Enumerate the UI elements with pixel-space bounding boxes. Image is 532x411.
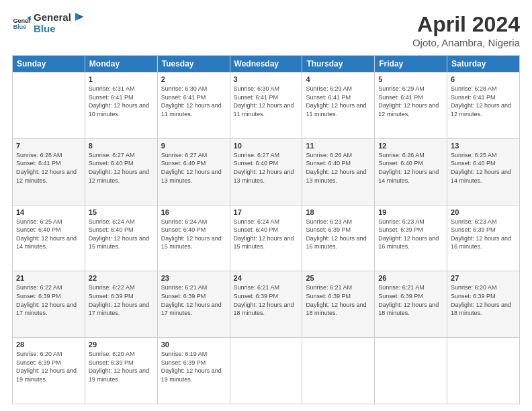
day-info: Sunrise: 6:22 AMSunset: 6:39 PMDaylight:… [16, 283, 81, 317]
day-info: Sunrise: 6:27 AMSunset: 6:40 PMDaylight:… [234, 151, 299, 185]
cell-week2-day3: 17Sunrise: 6:24 AMSunset: 6:40 PMDayligh… [230, 205, 302, 271]
day-info: Sunrise: 6:26 AMSunset: 6:40 PMDaylight:… [306, 151, 371, 185]
cell-week1-day6: 13Sunrise: 6:25 AMSunset: 6:40 PMDayligh… [447, 138, 520, 205]
cell-week1-day3: 10Sunrise: 6:27 AMSunset: 6:40 PMDayligh… [230, 138, 302, 205]
cell-week2-day5: 19Sunrise: 6:23 AMSunset: 6:39 PMDayligh… [375, 205, 447, 271]
cell-week2-day0: 14Sunrise: 6:25 AMSunset: 6:40 PMDayligh… [13, 205, 85, 271]
day-number: 20 [451, 208, 516, 216]
day-number: 8 [89, 142, 154, 150]
day-number: 22 [89, 274, 154, 282]
calendar-header-row: Sunday Monday Tuesday Wednesday Thursday… [13, 56, 520, 73]
week-row-3: 21Sunrise: 6:22 AMSunset: 6:39 PMDayligh… [13, 271, 520, 338]
cell-week4-day1: 29Sunrise: 6:20 AMSunset: 6:39 PMDayligh… [85, 338, 157, 404]
cell-week3-day1: 22Sunrise: 6:22 AMSunset: 6:39 PMDayligh… [85, 271, 157, 338]
day-number: 29 [89, 340, 154, 349]
cell-week1-day1: 8Sunrise: 6:27 AMSunset: 6:40 PMDaylight… [85, 138, 157, 205]
day-number: 21 [16, 274, 81, 282]
day-info: Sunrise: 6:26 AMSunset: 6:40 PMDaylight:… [378, 151, 443, 185]
logo: General Blue General Blue [12, 12, 83, 34]
day-info: Sunrise: 6:28 AMSunset: 6:41 PMDaylight:… [451, 85, 516, 118]
cell-week1-day5: 12Sunrise: 6:26 AMSunset: 6:40 PMDayligh… [375, 138, 447, 205]
week-row-4: 28Sunrise: 6:20 AMSunset: 6:39 PMDayligh… [13, 338, 520, 404]
day-info: Sunrise: 6:31 AMSunset: 6:41 PMDaylight:… [89, 85, 154, 118]
page: General Blue General Blue April 2024 Ojo… [0, 0, 532, 411]
day-number: 2 [161, 75, 226, 83]
day-info: Sunrise: 6:23 AMSunset: 6:39 PMDaylight:… [378, 218, 443, 251]
logo-blue: Blue [34, 24, 71, 35]
week-row-1: 7Sunrise: 6:28 AMSunset: 6:41 PMDaylight… [13, 138, 520, 205]
cell-week4-day0: 28Sunrise: 6:20 AMSunset: 6:39 PMDayligh… [13, 338, 85, 404]
day-info: Sunrise: 6:21 AMSunset: 6:39 PMDaylight:… [161, 283, 226, 317]
day-number: 17 [234, 208, 299, 216]
day-info: Sunrise: 6:20 AMSunset: 6:39 PMDaylight:… [451, 283, 516, 317]
day-info: Sunrise: 6:21 AMSunset: 6:39 PMDaylight:… [378, 283, 443, 317]
cell-week0-day2: 2Sunrise: 6:30 AMSunset: 6:41 PMDaylight… [157, 73, 230, 139]
day-info: Sunrise: 6:25 AMSunset: 6:40 PMDaylight:… [16, 218, 81, 251]
cell-week3-day5: 26Sunrise: 6:21 AMSunset: 6:39 PMDayligh… [375, 271, 447, 338]
day-number: 7 [16, 142, 81, 150]
day-number: 24 [234, 274, 299, 282]
day-info: Sunrise: 6:21 AMSunset: 6:39 PMDaylight:… [306, 283, 371, 317]
cell-week0-day4: 4Sunrise: 6:29 AMSunset: 6:41 PMDaylight… [302, 73, 375, 139]
cell-week0-day5: 5Sunrise: 6:29 AMSunset: 6:41 PMDaylight… [375, 73, 447, 139]
day-info: Sunrise: 6:20 AMSunset: 6:39 PMDaylight:… [89, 350, 154, 383]
week-row-0: 1Sunrise: 6:31 AMSunset: 6:41 PMDaylight… [13, 73, 520, 139]
day-info: Sunrise: 6:29 AMSunset: 6:41 PMDaylight:… [378, 85, 443, 118]
cell-week2-day6: 20Sunrise: 6:23 AMSunset: 6:39 PMDayligh… [447, 205, 520, 271]
cell-week4-day5 [375, 338, 447, 404]
cell-week0-day0 [13, 73, 85, 139]
day-info: Sunrise: 6:28 AMSunset: 6:41 PMDaylight:… [16, 151, 81, 185]
day-number: 15 [89, 208, 154, 216]
header-monday: Monday [85, 56, 157, 73]
day-number: 25 [306, 274, 371, 282]
location-subtitle: Ojoto, Anambra, Nigeria [412, 37, 520, 48]
header-saturday: Saturday [447, 56, 520, 73]
day-number: 12 [378, 142, 443, 150]
day-info: Sunrise: 6:27 AMSunset: 6:40 PMDaylight:… [89, 151, 154, 185]
day-number: 3 [234, 75, 299, 83]
cell-week2-day4: 18Sunrise: 6:23 AMSunset: 6:39 PMDayligh… [302, 205, 375, 271]
cell-week4-day2: 30Sunrise: 6:19 AMSunset: 6:39 PMDayligh… [157, 338, 230, 404]
cell-week0-day6: 6Sunrise: 6:28 AMSunset: 6:41 PMDaylight… [447, 73, 520, 139]
logo-icon: General Blue [12, 14, 31, 33]
day-number: 16 [161, 208, 226, 216]
main-title: April 2024 [412, 12, 520, 37]
cell-week0-day1: 1Sunrise: 6:31 AMSunset: 6:41 PMDaylight… [85, 73, 157, 139]
header-tuesday: Tuesday [157, 56, 230, 73]
day-number: 13 [451, 142, 516, 150]
title-block: April 2024 Ojoto, Anambra, Nigeria [412, 12, 520, 48]
day-number: 4 [306, 75, 371, 83]
cell-week1-day0: 7Sunrise: 6:28 AMSunset: 6:41 PMDaylight… [13, 138, 85, 205]
day-info: Sunrise: 6:20 AMSunset: 6:39 PMDaylight:… [16, 350, 81, 383]
day-info: Sunrise: 6:25 AMSunset: 6:40 PMDaylight:… [451, 151, 516, 185]
day-number: 30 [161, 340, 226, 349]
cell-week3-day2: 23Sunrise: 6:21 AMSunset: 6:39 PMDayligh… [157, 271, 230, 338]
day-number: 1 [89, 75, 154, 83]
logo-general: General [34, 12, 71, 24]
day-info: Sunrise: 6:22 AMSunset: 6:39 PMDaylight:… [89, 283, 154, 317]
day-number: 18 [306, 208, 371, 216]
header-sunday: Sunday [13, 56, 85, 73]
header-friday: Friday [375, 56, 447, 73]
cell-week3-day3: 24Sunrise: 6:21 AMSunset: 6:39 PMDayligh… [230, 271, 302, 338]
day-info: Sunrise: 6:24 AMSunset: 6:40 PMDaylight:… [234, 218, 299, 251]
cell-week2-day1: 15Sunrise: 6:24 AMSunset: 6:40 PMDayligh… [85, 205, 157, 271]
day-info: Sunrise: 6:27 AMSunset: 6:40 PMDaylight:… [161, 151, 226, 185]
day-number: 27 [451, 274, 516, 282]
header-thursday: Thursday [302, 56, 375, 73]
cell-week1-day4: 11Sunrise: 6:26 AMSunset: 6:40 PMDayligh… [302, 138, 375, 205]
day-number: 5 [378, 75, 443, 83]
day-info: Sunrise: 6:29 AMSunset: 6:41 PMDaylight:… [306, 85, 371, 118]
day-info: Sunrise: 6:30 AMSunset: 6:41 PMDaylight:… [161, 85, 226, 118]
cell-week3-day4: 25Sunrise: 6:21 AMSunset: 6:39 PMDayligh… [302, 271, 375, 338]
cell-week4-day6 [447, 338, 520, 404]
day-number: 9 [161, 142, 226, 150]
week-row-2: 14Sunrise: 6:25 AMSunset: 6:40 PMDayligh… [13, 205, 520, 271]
cell-week4-day3 [230, 338, 302, 404]
cell-week3-day0: 21Sunrise: 6:22 AMSunset: 6:39 PMDayligh… [13, 271, 85, 338]
day-info: Sunrise: 6:30 AMSunset: 6:41 PMDaylight:… [234, 85, 299, 118]
day-number: 28 [16, 340, 81, 349]
day-number: 6 [451, 75, 516, 83]
day-number: 10 [234, 142, 299, 150]
svg-marker-5 [79, 15, 83, 19]
